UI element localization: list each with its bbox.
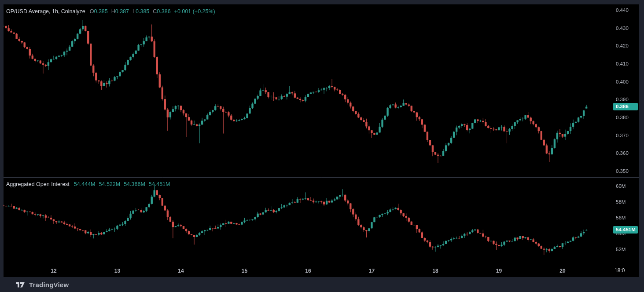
oi-high-value: 54.522M	[99, 181, 121, 187]
price-axis-tick: 0.420	[616, 42, 629, 49]
tradingview-logo-icon[interactable]	[16, 282, 25, 288]
chart-window: OP/USD Average, 1h, CoinalyzeO0.385H0.38…	[0, 0, 644, 292]
oi-open-value: 54.444M	[74, 181, 96, 187]
oi-low-value: 54.366M	[124, 181, 145, 187]
time-axis[interactable]: 18:0 121314151617181920	[4, 265, 639, 277]
oi-axis-tick: 60M	[616, 182, 626, 190]
symbol-title: OP/USD Average, 1h, Coinalyze	[6, 8, 85, 15]
time-axis-tick: 16	[299, 267, 317, 274]
time-axis-tick: 12	[45, 267, 63, 274]
price-axis-tick: 0.350	[616, 168, 629, 175]
oi-axis[interactable]: 54.451M 60M58M56M54M52M	[613, 177, 639, 265]
oi-axis-tick: 52M	[616, 246, 626, 253]
ohlc-open: O0.385	[90, 8, 108, 15]
time-axis-tick: 13	[109, 267, 126, 274]
time-axis-tick: 20	[554, 267, 571, 274]
price-legend[interactable]: OP/USD Average, 1h, CoinalyzeO0.385H0.38…	[6, 8, 215, 15]
price-axis-tick: 0.370	[616, 132, 629, 139]
price-axis-tick: 0.410	[616, 60, 629, 67]
price-change: +0.001 (+0.25%)	[174, 8, 215, 15]
chart-area[interactable]: OP/USD Average, 1h, CoinalyzeO0.385H0.38…	[4, 4, 639, 277]
oi-axis-tick: 58M	[616, 198, 626, 205]
axis-edge-time-label: 18:0	[615, 267, 625, 274]
price-axis-tick: 0.430	[616, 25, 629, 32]
time-axis-tick: 19	[490, 267, 508, 274]
ohlc-close: C0.386	[153, 8, 170, 15]
attribution-bar: TradingView	[0, 277, 644, 292]
brand-name[interactable]: TradingView	[29, 281, 69, 288]
time-axis-tick: 15	[236, 267, 254, 274]
time-axis-tick: 14	[172, 267, 190, 274]
oi-axis-tick: 56M	[616, 214, 626, 221]
price-axis-tick: 0.440	[616, 7, 629, 14]
last-oi-label: 54.451M	[613, 226, 638, 234]
oi-legend[interactable]: Aggregated Open Interest54.444M54.522M54…	[6, 181, 173, 188]
candlestick-canvas[interactable]	[4, 4, 639, 277]
ohlc-high: H0.387	[111, 8, 129, 15]
price-axis-tick: 0.390	[616, 96, 629, 103]
price-axis-tick: 0.400	[616, 78, 629, 85]
ohlc-low: L0.385	[132, 8, 149, 15]
price-axis[interactable]: 0.386 0.4400.4300.4200.4100.4000.3900.38…	[613, 4, 639, 177]
oi-title: Aggregated Open Interest	[6, 181, 70, 187]
time-axis-tick: 17	[363, 267, 381, 274]
price-axis-tick: 0.360	[616, 150, 629, 157]
last-price-label: 0.386	[613, 103, 638, 110]
price-axis-tick: 0.380	[616, 114, 629, 121]
oi-close-value: 54.451M	[149, 181, 170, 187]
time-axis-tick: 18	[427, 267, 444, 274]
